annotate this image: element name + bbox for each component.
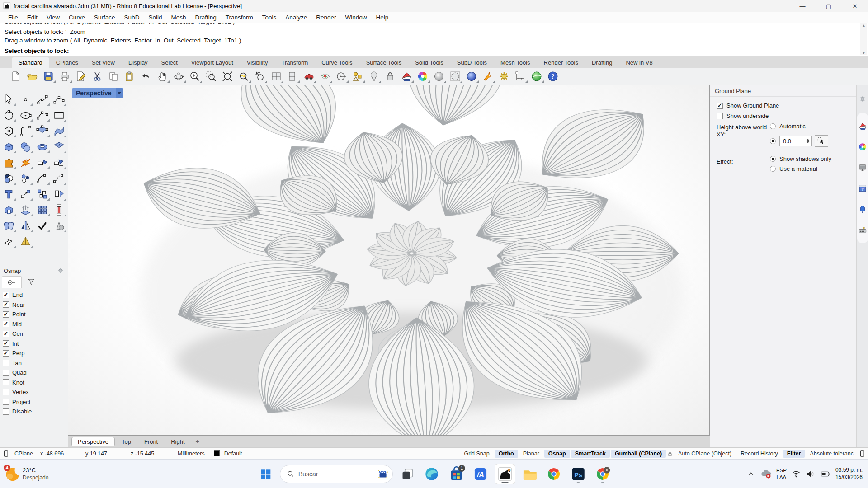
volume-icon[interactable] bbox=[806, 469, 816, 479]
lock-objects-button[interactable] bbox=[382, 69, 398, 84]
viewport-tab-front[interactable]: Front bbox=[138, 437, 164, 446]
osnap-item-point[interactable]: Point bbox=[3, 310, 65, 319]
curve-interpolate-tool[interactable] bbox=[51, 91, 67, 107]
display-panel-button[interactable] bbox=[857, 116, 868, 136]
boolean-union-tool[interactable] bbox=[1, 170, 17, 186]
status-toggle-record-history[interactable]: Record History bbox=[736, 450, 782, 458]
status-toggle-absolute-toleranc[interactable]: Absolute toleranc bbox=[806, 450, 858, 458]
primitives-tool[interactable] bbox=[51, 218, 67, 233]
color-panel-button[interactable] bbox=[857, 136, 868, 157]
menu-drafting[interactable]: Drafting bbox=[190, 14, 221, 21]
use-material-radio[interactable] bbox=[770, 166, 776, 172]
rendered-display-button[interactable] bbox=[464, 69, 479, 84]
osnap-checkbox-project[interactable] bbox=[3, 399, 9, 405]
menu-subd[interactable]: SubD bbox=[120, 14, 144, 21]
set-view-button[interactable] bbox=[334, 69, 349, 84]
point-tool[interactable] bbox=[18, 91, 34, 107]
menu-edit[interactable]: Edit bbox=[23, 14, 42, 21]
text-tool[interactable] bbox=[1, 186, 17, 202]
tray-chevron-icon[interactable] bbox=[746, 469, 755, 479]
command-scrollbar[interactable]: ▲▼ bbox=[860, 23, 867, 55]
height-spinner[interactable] bbox=[805, 137, 811, 145]
copy-sheets-tool[interactable] bbox=[1, 218, 17, 233]
edit-document-button[interactable] bbox=[73, 69, 89, 84]
circle-tool[interactable] bbox=[1, 107, 17, 122]
height-value-radio[interactable] bbox=[770, 138, 776, 144]
automatic-radio[interactable] bbox=[770, 123, 776, 129]
panel-gear-button[interactable] bbox=[857, 89, 868, 109]
close-button[interactable]: ✕ bbox=[842, 0, 868, 12]
osnap-checkbox-vertex[interactable] bbox=[3, 389, 9, 395]
box-tool[interactable] bbox=[1, 139, 17, 154]
menu-mesh[interactable]: Mesh bbox=[166, 14, 190, 21]
toolbar-tab-solid-tools[interactable]: Solid Tools bbox=[408, 57, 450, 68]
solid-box-tool[interactable] bbox=[1, 202, 17, 217]
viewport-menu-caret-icon[interactable] bbox=[116, 88, 123, 98]
status-toggle-planar[interactable]: Planar bbox=[519, 450, 543, 458]
taskbar-app-microsoft-store[interactable]: 1 bbox=[446, 464, 466, 484]
zoom-dynamic-button[interactable] bbox=[187, 69, 203, 84]
trim-tool[interactable] bbox=[51, 155, 67, 170]
color-wheel-button[interactable] bbox=[415, 69, 430, 84]
status-cplane[interactable]: CPlane bbox=[10, 450, 38, 457]
split-tool[interactable] bbox=[34, 155, 51, 170]
height-value-row[interactable]: 0.0 bbox=[770, 135, 852, 147]
osnap-checkbox-int[interactable] bbox=[3, 340, 9, 347]
notifications-panel-button[interactable] bbox=[857, 199, 868, 220]
surface-grid-tool[interactable] bbox=[51, 139, 67, 154]
viewport-layout-4-button[interactable] bbox=[269, 69, 284, 84]
osnap-item-tan[interactable]: Tan bbox=[3, 358, 65, 368]
osnap-item-project[interactable]: Project bbox=[3, 397, 65, 407]
viewport-split-button[interactable] bbox=[285, 69, 300, 84]
minimize-button[interactable]: — bbox=[789, 0, 816, 12]
move-tool[interactable] bbox=[18, 186, 34, 202]
command-prompt[interactable]: Select objects to lock: bbox=[0, 46, 868, 56]
help-button[interactable]: ? bbox=[545, 69, 561, 84]
menu-render[interactable]: Render bbox=[311, 14, 340, 21]
taskbar-app-edge-browser[interactable] bbox=[422, 464, 442, 484]
undo-button[interactable] bbox=[138, 69, 154, 84]
search-box[interactable]: Buscar bbox=[280, 465, 393, 483]
scale-1d-tool[interactable] bbox=[51, 202, 67, 217]
status-toggle-ortho[interactable]: Ortho bbox=[495, 450, 518, 458]
automatic-row[interactable]: Automatic bbox=[770, 123, 852, 130]
select-cursor-tool[interactable] bbox=[1, 91, 17, 107]
viewport-tab-perspective[interactable]: Perspective bbox=[71, 437, 115, 446]
status-toggle-osnap[interactable]: Osnap bbox=[544, 450, 570, 458]
osnap-tab-filter[interactable] bbox=[22, 276, 42, 288]
osnap-item-near[interactable]: Near bbox=[3, 300, 65, 310]
osnap-checkbox-tan[interactable] bbox=[3, 360, 9, 366]
pyramid-tool[interactable] bbox=[18, 234, 34, 249]
menu-window[interactable]: Window bbox=[341, 14, 372, 21]
toolbar-tab-visibility[interactable]: Visibility bbox=[240, 57, 275, 68]
show-underside-row[interactable]: Show underside bbox=[717, 113, 852, 119]
zoom-selected-button[interactable] bbox=[236, 69, 251, 84]
pick-point-button[interactable] bbox=[815, 135, 828, 147]
scroll-up-icon[interactable]: ▲ bbox=[862, 23, 866, 28]
maximize-button[interactable]: ▢ bbox=[816, 0, 842, 12]
menu-help[interactable]: Help bbox=[372, 14, 393, 21]
options-gear-button[interactable] bbox=[496, 69, 512, 84]
print-button[interactable] bbox=[57, 69, 72, 84]
language-indicator[interactable]: ESPLAA bbox=[776, 467, 787, 480]
osnap-checkbox-cen[interactable] bbox=[3, 331, 9, 337]
wifi-icon[interactable] bbox=[791, 469, 801, 479]
osnap-item-cen[interactable]: Cen bbox=[3, 329, 65, 339]
status-toggle-grid-snap[interactable]: Grid Snap bbox=[460, 450, 493, 458]
monitor-panel-button[interactable] bbox=[857, 157, 868, 178]
osnap-checkbox-end[interactable] bbox=[3, 292, 9, 298]
shaded-display-button[interactable] bbox=[431, 69, 447, 84]
osnap-item-disable[interactable]: Disable bbox=[3, 407, 65, 417]
osnap-checkbox-disable[interactable] bbox=[3, 408, 9, 415]
toolbar-tab-mesh-tools[interactable]: Mesh Tools bbox=[494, 57, 537, 68]
taskbar-app-chrome[interactable] bbox=[544, 464, 564, 484]
macros-panel-button[interactable] bbox=[857, 220, 868, 240]
show-ground-plane-checkbox[interactable] bbox=[717, 103, 723, 109]
battery-icon[interactable] bbox=[820, 469, 831, 479]
osnap-item-perp[interactable]: Perp bbox=[3, 348, 65, 358]
panel-gear-icon[interactable] bbox=[57, 267, 64, 274]
height-value-input[interactable]: 0.0 bbox=[779, 136, 812, 146]
object-visibility-button[interactable] bbox=[350, 69, 365, 84]
perspective-viewport[interactable]: Perspective bbox=[68, 85, 710, 436]
taskbar-app-rhino-8[interactable]: 8 bbox=[495, 464, 515, 484]
